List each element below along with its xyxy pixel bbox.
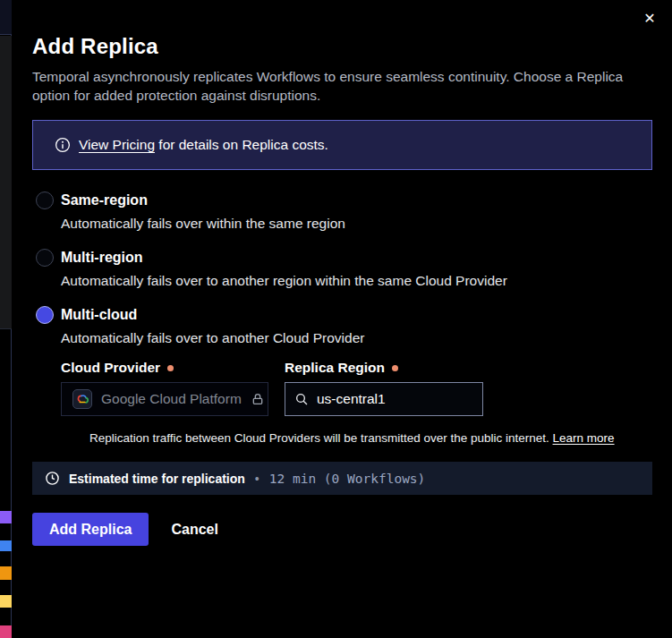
search-icon — [294, 392, 309, 406]
backdrop-color-block — [0, 511, 12, 523]
backdrop-color-block — [0, 566, 12, 580]
clock-icon — [45, 471, 60, 486]
view-pricing-link[interactable]: View Pricing — [79, 137, 155, 152]
cloud-provider-label: Cloud Provider — [61, 360, 285, 376]
modal-description: Temporal asynchronously replicates Workf… — [32, 67, 644, 105]
modal-actions: Add Replica Cancel — [32, 513, 652, 546]
traffic-note: Replication traffic between Cloud Provid… — [89, 431, 652, 445]
lock-icon — [251, 392, 265, 406]
backdrop-header-segment — [0, 0, 12, 35]
backdrop-panel-segment — [0, 36, 12, 329]
replica-region-field — [285, 382, 483, 416]
banner-text: View Pricing for details on Replica cost… — [79, 137, 328, 153]
replica-region-input[interactable] — [317, 391, 496, 407]
option-same-region-description: Automatically fails over within the same… — [61, 216, 652, 231]
estimate-separator: • — [255, 472, 259, 486]
info-icon — [55, 137, 71, 153]
cloud-provider-select: Google Cloud Platform — [61, 382, 268, 416]
option-multi-region: Multi-region Automatically fails over to… — [32, 249, 652, 288]
cancel-button[interactable]: Cancel — [149, 513, 240, 546]
add-replica-modal: ✕ Add Replica Temporal asynchronously re… — [13, 0, 672, 638]
option-multi-cloud: Multi-cloud Automatically fails over to … — [32, 306, 652, 445]
radio-multi-cloud[interactable] — [36, 306, 54, 324]
backdrop-strip — [0, 0, 12, 638]
radio-multi-region[interactable] — [36, 249, 54, 267]
required-dot — [167, 365, 174, 371]
pricing-info-banner: View Pricing for details on Replica cost… — [32, 120, 652, 170]
cloud-provider-value: Google Cloud Platform — [101, 391, 242, 407]
backdrop-color-block — [0, 625, 12, 638]
option-multi-region-label[interactable]: Multi-region — [61, 250, 143, 266]
option-multi-cloud-description: Automatically fails over to another Clou… — [61, 330, 652, 345]
radio-same-region[interactable] — [36, 191, 54, 209]
option-multi-cloud-label[interactable]: Multi-cloud — [61, 307, 137, 323]
option-same-region-label[interactable]: Same-region — [61, 192, 148, 208]
backdrop-color-block — [0, 540, 12, 551]
estimate-value: 12 min (0 Workflows) — [269, 472, 426, 486]
page-title: Add Replica — [32, 34, 652, 59]
required-dot — [392, 365, 398, 371]
option-same-region: Same-region Automatically fails over wit… — [32, 191, 652, 231]
replica-options-group: Same-region Automatically fails over wit… — [32, 191, 652, 445]
replica-region-label: Replica Region — [285, 360, 398, 376]
close-icon[interactable]: ✕ — [640, 8, 659, 28]
learn-more-link[interactable]: Learn more — [553, 431, 615, 445]
backdrop-color-block — [0, 595, 12, 608]
estimate-banner: Estimated time for replication • 12 min … — [32, 462, 652, 495]
multi-cloud-form: Cloud Provider Replica Region — [61, 360, 652, 445]
banner-text-after: for details on Replica costs. — [158, 137, 328, 152]
add-replica-button[interactable]: Add Replica — [32, 513, 149, 546]
gcp-logo-icon — [72, 389, 92, 409]
estimate-label: Estimated time for replication — [69, 472, 245, 486]
option-multi-region-description: Automatically fails over to another regi… — [61, 273, 652, 288]
